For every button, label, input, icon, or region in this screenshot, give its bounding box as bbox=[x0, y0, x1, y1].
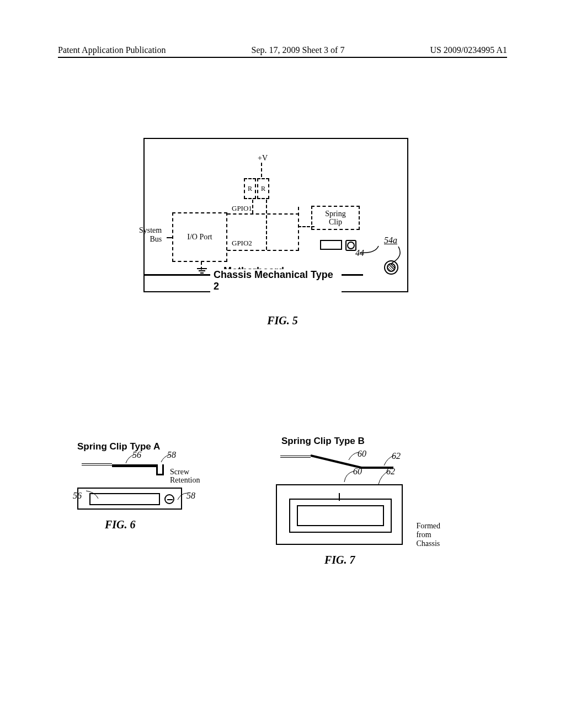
clip-b-top-view: Formed from Chassis bbox=[276, 484, 403, 545]
leader-60b-icon bbox=[343, 470, 356, 483]
figure-5: +V R R System Bus I/O Port GPIO1 GPIO2 S… bbox=[143, 138, 408, 292]
fig6-title: Spring Clip Type A bbox=[77, 441, 243, 452]
vline2-icon bbox=[298, 207, 299, 251]
figure-7-caption: FIG. 7 bbox=[324, 554, 463, 566]
ground-icon bbox=[197, 266, 207, 276]
leader-56b-icon bbox=[85, 490, 99, 501]
formed-from-chassis-label: Formed from Chassis bbox=[416, 522, 440, 548]
figure-5-caption: FIG. 5 bbox=[267, 314, 298, 327]
clip-lead-icon bbox=[82, 463, 112, 465]
spring-clip-box: Spring Clip bbox=[311, 206, 360, 230]
resistor-r2: R bbox=[257, 178, 269, 199]
reference-54a: 54a bbox=[384, 235, 397, 245]
system-bus-label: System Bus bbox=[139, 226, 162, 244]
chassis-label: Chassis Mechanical Type 2 bbox=[210, 269, 342, 292]
header-right: US 2009/0234995 A1 bbox=[430, 45, 507, 55]
clip-a-side-view: 56 58 Screw Retention bbox=[82, 460, 181, 477]
header-center: Sep. 17, 2009 Sheet 3 of 7 bbox=[252, 45, 345, 55]
vline-icon bbox=[261, 163, 262, 177]
hline-icon bbox=[167, 237, 172, 238]
clip-b-stem-icon bbox=[339, 493, 340, 501]
gpio2-label: GPIO2 bbox=[232, 239, 252, 248]
hline2-icon bbox=[298, 226, 315, 227]
spring-clip-label: Spring Clip bbox=[325, 210, 345, 227]
io-port-box: I/O Port bbox=[172, 212, 227, 262]
leader-44-icon bbox=[359, 245, 381, 256]
gpio1-label: GPIO1 bbox=[232, 204, 252, 213]
clip-lead-icon bbox=[280, 456, 311, 458]
leader-60a-icon bbox=[348, 451, 361, 461]
plus-v-label: +V bbox=[258, 154, 268, 163]
gpio1-line-icon bbox=[227, 213, 299, 215]
gpio1-tap-icon bbox=[252, 200, 253, 213]
leader-62a-icon bbox=[383, 454, 395, 467]
figure-6-caption: FIG. 6 bbox=[105, 518, 243, 531]
figure-6: Spring Clip Type A 56 58 Screw Retention… bbox=[77, 441, 243, 531]
leader-58a-icon bbox=[160, 453, 172, 464]
fig7-title: Spring Clip Type B bbox=[281, 436, 463, 447]
screw-hole-icon bbox=[164, 494, 174, 504]
clip-b-inner-icon bbox=[297, 505, 384, 526]
clip-a-inner-icon bbox=[89, 493, 160, 505]
reference-56-top: 56 bbox=[73, 491, 82, 501]
leader-58b-icon bbox=[177, 492, 189, 501]
page-header: Patent Application Publication Sep. 17, … bbox=[58, 45, 507, 58]
resistor-r1: R bbox=[244, 178, 256, 199]
contact-pad-icon bbox=[320, 240, 342, 250]
leader-56a-icon bbox=[125, 453, 137, 464]
screw-retention-label: Screw Retention bbox=[170, 468, 200, 485]
gpio2-line-icon bbox=[227, 250, 299, 251]
resistor-pair: R R bbox=[244, 178, 269, 199]
clip-body-icon bbox=[112, 464, 156, 467]
chassis-box: +V R R System Bus I/O Port GPIO1 GPIO2 S… bbox=[143, 138, 408, 292]
io-port-label: I/O Port bbox=[187, 233, 212, 242]
mounting-hole-icon bbox=[384, 260, 398, 275]
leader-62b-icon bbox=[377, 470, 391, 485]
header-left: Patent Application Publication bbox=[58, 45, 166, 55]
figure-7: Spring Clip Type B 60 62 Formed from Cha… bbox=[276, 436, 463, 566]
motherboard-box: +V R R System Bus I/O Port GPIO1 GPIO2 S… bbox=[145, 146, 363, 276]
contact-pad-ring-icon bbox=[345, 240, 356, 251]
gpio2-tap-icon bbox=[266, 200, 267, 250]
clip-drop-icon bbox=[156, 464, 164, 475]
